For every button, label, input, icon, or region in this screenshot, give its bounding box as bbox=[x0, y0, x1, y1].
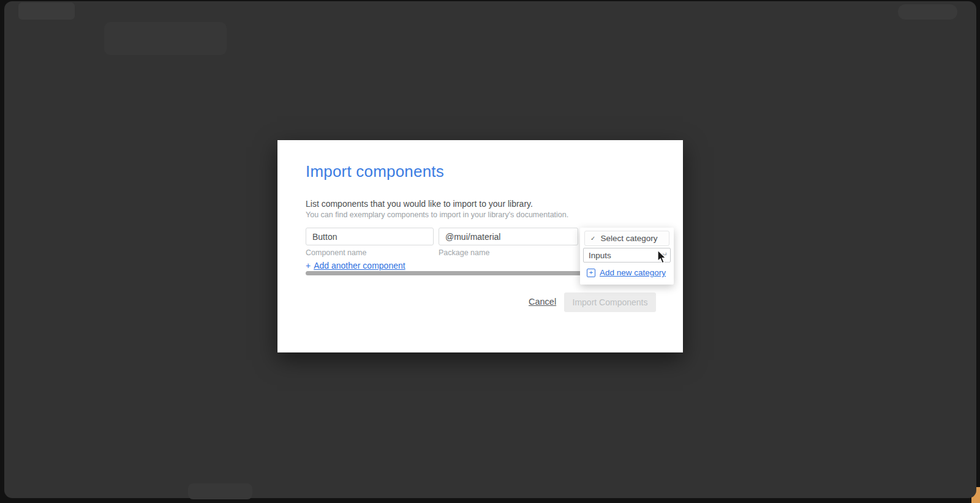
category-select-trigger[interactable]: ✓ Select category bbox=[584, 231, 669, 246]
return-arrow-icon: ↵ bbox=[662, 250, 668, 259]
checkmark-icon: ✓ bbox=[590, 235, 595, 242]
category-select-label: Select category bbox=[600, 234, 657, 243]
component-name-label: Component name bbox=[306, 248, 366, 257]
import-components-button[interactable]: Import Components bbox=[564, 292, 656, 312]
package-name-input[interactable] bbox=[439, 228, 578, 245]
add-another-component-link[interactable]: + Add another component bbox=[306, 261, 405, 270]
modal-description: List components that you would like to i… bbox=[306, 199, 533, 209]
category-dropdown-panel: ✓ Select category ↵ + Add new category bbox=[580, 228, 674, 285]
modal-title: Import components bbox=[306, 162, 444, 181]
add-another-component-label: Add another component bbox=[314, 261, 405, 270]
category-name-input[interactable] bbox=[583, 248, 671, 263]
desktop-background: Import components List components that y… bbox=[0, 0, 980, 503]
package-name-label: Package name bbox=[439, 248, 489, 257]
plus-square-icon: + bbox=[587, 269, 595, 277]
app-logo-placeholder bbox=[18, 2, 75, 20]
category-input-wrap: ↵ bbox=[583, 248, 671, 263]
add-new-category-link[interactable]: + Add new category bbox=[587, 268, 666, 277]
dimmed-toolbar-placeholder bbox=[104, 22, 227, 55]
plus-icon: + bbox=[306, 261, 311, 270]
component-name-input[interactable] bbox=[306, 228, 434, 245]
add-new-category-label: Add new category bbox=[600, 268, 666, 277]
dimmed-footer-element bbox=[188, 483, 252, 499]
dimmed-header-button bbox=[898, 4, 957, 20]
modal-hint: You can find exemplary components to imp… bbox=[306, 211, 568, 219]
cancel-button[interactable]: Cancel bbox=[529, 297, 556, 307]
